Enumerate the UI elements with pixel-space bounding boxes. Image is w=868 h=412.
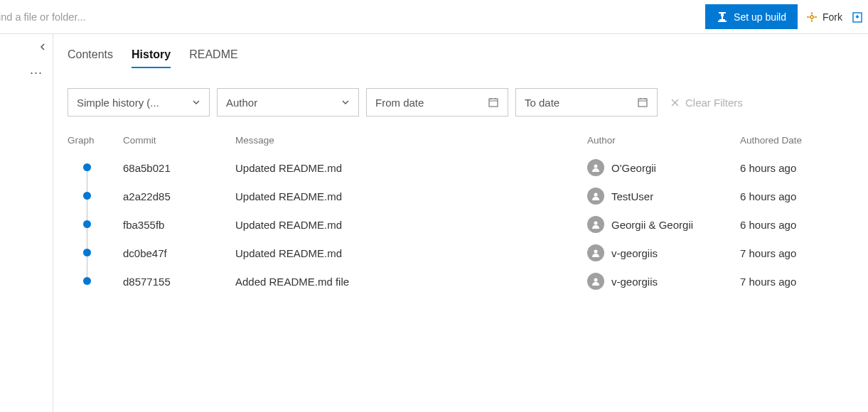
setup-build-label: Set up build [734, 11, 786, 23]
commit-hash[interactable]: a2a22d85 [123, 190, 235, 202]
avatar [587, 159, 604, 176]
header-graph[interactable]: Graph [68, 135, 123, 146]
commit-message[interactable]: Updated README.md [235, 219, 587, 231]
tab-contents[interactable]: Contents [68, 48, 113, 68]
commit-node-icon [83, 163, 91, 171]
avatar [587, 188, 604, 205]
chevron-down-icon [341, 98, 350, 107]
authored-date: 6 hours ago [740, 219, 854, 231]
table-row[interactable]: d8577155Added README.md filev-georgiis7 … [68, 267, 854, 296]
more-menu-button[interactable]: ... [30, 63, 43, 77]
commit-table: Graph Commit Message Author Authored Dat… [68, 135, 854, 296]
commit-node-icon [83, 220, 91, 228]
authored-date: 7 hours ago [740, 276, 854, 288]
tabs: Contents History README [68, 48, 854, 68]
tab-readme[interactable]: README [189, 48, 237, 68]
table-row[interactable]: a2a22d85Updated README.mdTestUser6 hours… [68, 182, 854, 210]
svg-point-5 [594, 193, 598, 197]
commit-node-icon [83, 249, 91, 256]
commit-hash[interactable]: dc0be47f [123, 247, 235, 259]
header-author[interactable]: Author [587, 135, 740, 146]
top-bar: find a file or folder... Set up build Fo… [0, 0, 868, 34]
author-cell: Georgii & Georgii [587, 216, 740, 233]
avatar [587, 273, 604, 290]
header-date[interactable]: Authored Date [740, 135, 854, 146]
commit-hash[interactable]: fba355fb [123, 219, 235, 231]
svg-point-8 [594, 278, 598, 282]
author-name[interactable]: O'Georgii [611, 162, 656, 174]
svg-rect-2 [489, 99, 498, 107]
table-row[interactable]: fba355fbUpdated README.mdGeorgii & Georg… [68, 210, 854, 239]
svg-rect-3 [638, 99, 647, 107]
from-date-input[interactable]: From date [366, 88, 508, 116]
author-name[interactable]: v-georgiis [611, 276, 658, 288]
left-sidebar: ... [0, 34, 53, 412]
svg-point-4 [594, 165, 598, 168]
main-content: Contents History README Simple history (… [53, 34, 868, 412]
authored-date: 6 hours ago [740, 190, 854, 202]
commit-message[interactable]: Updated README.md [235, 162, 587, 174]
commit-message[interactable]: Updated README.md [235, 190, 587, 202]
graph-cell [68, 153, 123, 182]
setup-build-button[interactable]: Set up build [705, 4, 798, 29]
author-cell: TestUser [587, 188, 740, 205]
filters-row: Simple history (... Author From date To … [68, 88, 854, 116]
authored-date: 7 hours ago [740, 247, 854, 259]
authored-date: 6 hours ago [740, 162, 854, 174]
author-name[interactable]: TestUser [611, 190, 653, 202]
header-commit[interactable]: Commit [123, 135, 235, 146]
svg-point-6 [594, 222, 598, 225]
author-dropdown[interactable]: Author [217, 88, 359, 116]
search-input[interactable]: find a file or folder... [0, 11, 86, 23]
avatar [587, 216, 604, 233]
table-row[interactable]: 68a5b021Updated README.mdO'Georgii6 hour… [68, 153, 854, 182]
graph-cell [68, 210, 123, 239]
close-icon [670, 98, 680, 107]
table-row[interactable]: dc0be47fUpdated README.mdv-georgiis7 hou… [68, 239, 854, 267]
build-icon [717, 11, 728, 23]
author-name[interactable]: v-georgiis [611, 247, 658, 259]
svg-point-7 [594, 250, 598, 254]
graph-cell [68, 182, 123, 210]
commit-message[interactable]: Added README.md file [235, 276, 587, 288]
graph-cell [68, 239, 123, 267]
fork-icon [806, 11, 818, 23]
fork-button[interactable]: Fork [806, 11, 842, 23]
calendar-icon [637, 97, 648, 108]
fork-label: Fork [823, 11, 842, 23]
svg-rect-0 [810, 15, 814, 19]
calendar-icon [488, 97, 499, 108]
tab-history[interactable]: History [132, 48, 171, 68]
commit-message[interactable]: Updated README.md [235, 247, 587, 259]
header-message[interactable]: Message [235, 135, 587, 146]
author-cell: v-georgiis [587, 273, 740, 290]
clone-icon[interactable] [851, 11, 864, 23]
author-cell: v-georgiis [587, 244, 740, 261]
author-cell: O'Georgii [587, 159, 740, 176]
chevron-down-icon [192, 98, 200, 107]
history-mode-dropdown[interactable]: Simple history (... [68, 88, 210, 116]
clear-filters-button[interactable]: Clear Filters [670, 97, 743, 109]
table-header: Graph Commit Message Author Authored Dat… [68, 135, 854, 153]
to-date-input[interactable]: To date [515, 88, 658, 116]
commit-hash[interactable]: 68a5b021 [123, 162, 235, 174]
author-name[interactable]: Georgii & Georgii [611, 219, 693, 231]
commit-node-icon [83, 192, 91, 200]
collapse-chevron-icon[interactable] [38, 43, 47, 51]
commit-node-icon [83, 277, 91, 285]
avatar [587, 244, 604, 261]
commit-hash[interactable]: d8577155 [123, 276, 235, 288]
graph-cell [68, 267, 123, 296]
